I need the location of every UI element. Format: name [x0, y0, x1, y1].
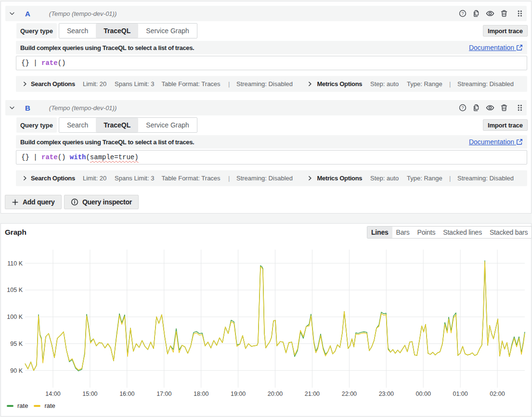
svg-text:95 K: 95 K — [10, 341, 23, 347]
svg-text:20:00: 20:00 — [268, 391, 283, 397]
svg-text:100 K: 100 K — [7, 314, 23, 320]
svg-text:90 K: 90 K — [10, 367, 23, 374]
svg-text:02:00: 02:00 — [490, 391, 505, 397]
svg-text:110 K: 110 K — [7, 260, 23, 267]
svg-text:14:00: 14:00 — [45, 391, 60, 397]
svg-text:105 K: 105 K — [7, 287, 23, 293]
svg-text:?: ? — [461, 105, 464, 110]
svg-text:21:00: 21:00 — [305, 391, 320, 397]
svg-text:18:00: 18:00 — [194, 391, 208, 397]
svg-text:16:00: 16:00 — [119, 391, 134, 397]
svg-text:23:00: 23:00 — [379, 391, 394, 397]
svg-text:00:00: 00:00 — [416, 391, 431, 397]
svg-text:15:00: 15:00 — [82, 391, 97, 397]
svg-text:01:00: 01:00 — [453, 391, 467, 397]
svg-text:17:00: 17:00 — [156, 391, 171, 397]
svg-text:22:00: 22:00 — [342, 391, 357, 397]
svg-text:19:00: 19:00 — [231, 391, 246, 397]
svg-text:?: ? — [461, 11, 464, 16]
